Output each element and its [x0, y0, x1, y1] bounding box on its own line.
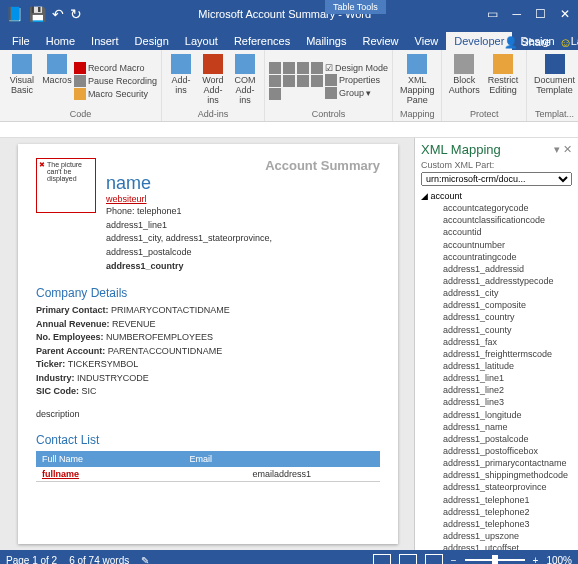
xml-node[interactable]: address1_country: [421, 311, 572, 323]
field-websiteurl: websiteurl: [106, 194, 380, 204]
xml-node[interactable]: address1_longitude: [421, 409, 572, 421]
spellcheck-icon[interactable]: ✎: [141, 555, 149, 565]
zoom-out-icon[interactable]: −: [451, 555, 457, 565]
xml-node[interactable]: accountratingcode: [421, 251, 572, 263]
xml-node[interactable]: address1_composite: [421, 299, 572, 311]
zoom-in-icon[interactable]: +: [533, 555, 539, 565]
xml-node[interactable]: address1_name: [421, 421, 572, 433]
tab-design[interactable]: Design: [127, 32, 177, 50]
cell-email: emailaddress1: [184, 467, 380, 482]
xml-node[interactable]: address1_city: [421, 287, 572, 299]
xml-node[interactable]: address1_addresstypecode: [421, 275, 572, 287]
visual-basic-button[interactable]: Visual Basic: [4, 52, 40, 109]
cell-fullname: fullname: [36, 467, 184, 482]
undo-icon[interactable]: ↶: [52, 6, 64, 22]
record-macro-button[interactable]: Record Macro: [74, 62, 157, 74]
xml-node[interactable]: accountid: [421, 226, 572, 238]
xml-node[interactable]: address1_line3: [421, 396, 572, 408]
group-mapping: XML Mapping Pane Mapping: [393, 50, 443, 121]
status-words[interactable]: 6 of 74 words: [69, 555, 129, 565]
tab-layout[interactable]: Layout: [177, 32, 226, 50]
contextual-tab-label: Table Tools: [325, 0, 386, 14]
document-area[interactable]: The picture can't be displayed Account S…: [0, 138, 414, 550]
xml-node[interactable]: address1_line2: [421, 384, 572, 396]
xml-node[interactable]: address1_primarycontactname: [421, 457, 572, 469]
group-templates: Document Template Templat...: [527, 50, 578, 121]
pane-title: XML Mapping: [421, 142, 501, 157]
ribbon-tabs: File Home Insert Design Layout Reference…: [0, 28, 578, 50]
com-addins-button[interactable]: COM Add-ins: [230, 52, 260, 109]
tab-review[interactable]: Review: [355, 32, 407, 50]
status-bar: Page 1 of 2 6 of 74 words ✎ − + 100%: [0, 550, 578, 564]
th-email: Email: [184, 451, 380, 467]
xml-tree[interactable]: ◢ account accountcategorycodeaccountclas…: [421, 190, 572, 550]
xml-node[interactable]: address1_upszone: [421, 530, 572, 542]
minimize-icon[interactable]: ─: [512, 7, 521, 21]
feedback-icon[interactable]: ☺: [559, 35, 572, 50]
xml-node[interactable]: address1_postofficebox: [421, 445, 572, 457]
pane-close-icon[interactable]: ▾ ✕: [554, 143, 572, 156]
view-read-icon[interactable]: [373, 554, 391, 565]
word-icon: 📘: [6, 6, 23, 22]
design-mode-button[interactable]: Design Mode: [325, 63, 388, 73]
macros-button[interactable]: Macros: [42, 52, 72, 109]
view-web-icon[interactable]: [425, 554, 443, 565]
redo-icon[interactable]: ↻: [70, 6, 82, 22]
xml-node[interactable]: address1_telephone1: [421, 494, 572, 506]
group-controls: Design Mode Properties Group ▾ Controls: [265, 50, 393, 121]
ribbon-options-icon[interactable]: ▭: [487, 7, 498, 21]
xml-mapping-pane: XML Mapping▾ ✕ Custom XML Part: urn:micr…: [414, 138, 578, 550]
status-page[interactable]: Page 1 of 2: [6, 555, 57, 565]
xml-node[interactable]: address1_telephone2: [421, 506, 572, 518]
group-addins: Add-ins Word Add-ins COM Add-ins Add-ins: [162, 50, 265, 121]
group-code: Visual Basic Macros Record Macro Pause R…: [0, 50, 162, 121]
pause-recording-button[interactable]: Pause Recording: [74, 75, 157, 87]
tab-home[interactable]: Home: [38, 32, 83, 50]
properties-button[interactable]: Properties: [325, 74, 388, 86]
tab-mailings[interactable]: Mailings: [298, 32, 354, 50]
ribbon: Visual Basic Macros Record Macro Pause R…: [0, 50, 578, 122]
save-icon[interactable]: 💾: [29, 6, 46, 22]
xml-node[interactable]: address1_utcoffset: [421, 542, 572, 550]
xml-node[interactable]: address1_latitude: [421, 360, 572, 372]
xml-node[interactable]: address1_county: [421, 324, 572, 336]
xml-node[interactable]: address1_line1: [421, 372, 572, 384]
xml-node[interactable]: address1_fax: [421, 336, 572, 348]
xml-node[interactable]: address1_addressid: [421, 263, 572, 275]
heading-account-summary: Account Summary: [106, 158, 380, 173]
pane-subtitle: Custom XML Part:: [421, 160, 572, 170]
field-address-country: address1_country: [106, 261, 380, 273]
th-fullname: Full Name: [36, 451, 184, 467]
xml-node[interactable]: address1_stateorprovince: [421, 481, 572, 493]
field-description: description: [36, 409, 380, 419]
addins-button[interactable]: Add-ins: [166, 52, 196, 109]
xml-node[interactable]: accountclassificationcode: [421, 214, 572, 226]
word-addins-button[interactable]: Word Add-ins: [198, 52, 228, 109]
document-template-button[interactable]: Document Template: [531, 52, 578, 109]
tab-file[interactable]: File: [4, 32, 38, 50]
macro-security-button[interactable]: Macro Security: [74, 88, 157, 100]
zoom-slider[interactable]: [465, 559, 525, 561]
xml-node[interactable]: address1_shippingmethodcode: [421, 469, 572, 481]
group-button[interactable]: Group ▾: [325, 87, 388, 99]
xml-node[interactable]: address1_freighttermscode: [421, 348, 572, 360]
tab-references[interactable]: References: [226, 32, 298, 50]
xml-part-select[interactable]: urn:microsoft-crm/docu...: [421, 172, 572, 186]
contact-table: Full NameEmail fullnameemailaddress1: [36, 451, 380, 482]
xml-node[interactable]: address1_postalcode: [421, 433, 572, 445]
xml-node[interactable]: address1_telephone3: [421, 518, 572, 530]
zoom-level[interactable]: 100%: [546, 555, 572, 565]
tab-insert[interactable]: Insert: [83, 32, 127, 50]
heading-company-details: Company Details: [36, 286, 380, 300]
maximize-icon[interactable]: ☐: [535, 7, 546, 21]
tab-view[interactable]: View: [407, 32, 447, 50]
xml-node[interactable]: accountcategorycode: [421, 202, 572, 214]
tab-developer[interactable]: Developer: [446, 32, 512, 50]
xml-node[interactable]: accountnumber: [421, 239, 572, 251]
block-authors-button[interactable]: Block Authors: [446, 52, 481, 109]
view-print-icon[interactable]: [399, 554, 417, 565]
share-button[interactable]: 👤 Share: [504, 36, 550, 49]
close-icon[interactable]: ✕: [560, 7, 570, 21]
xml-mapping-pane-button[interactable]: XML Mapping Pane: [397, 52, 438, 109]
restrict-editing-button[interactable]: Restrict Editing: [484, 52, 522, 109]
